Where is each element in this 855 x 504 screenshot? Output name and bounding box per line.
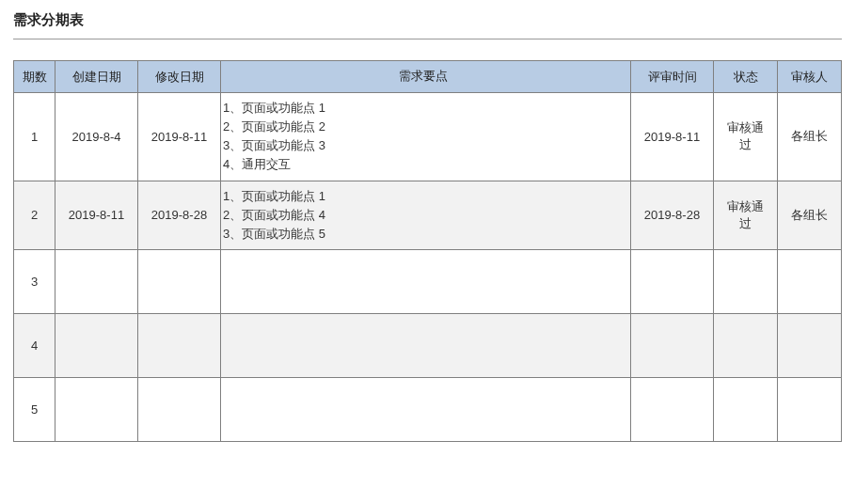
cell-status <box>714 249 778 313</box>
cell-review-time <box>631 377 714 441</box>
requirements-table: 期数 创建日期 修改日期 需求要点 评审时间 状态 审核人 1 2019-8-4… <box>13 60 842 442</box>
header-modify-date: 修改日期 <box>138 61 221 93</box>
cell-create-date: 2019-8-11 <box>55 181 138 249</box>
cell-num: 3 <box>14 249 55 313</box>
table-row: 5 <box>14 377 842 441</box>
cell-status: 审核通过 <box>714 93 778 181</box>
cell-points <box>221 249 631 313</box>
cell-modify-date <box>138 377 221 441</box>
cell-num: 2 <box>14 181 55 249</box>
cell-auditor: 各组长 <box>778 93 842 181</box>
page-title: 需求分期表 <box>13 11 842 29</box>
cell-auditor <box>778 377 842 441</box>
cell-review-time: 2019-8-28 <box>631 181 714 249</box>
header-status: 状态 <box>714 61 778 93</box>
cell-status <box>714 313 778 377</box>
cell-create-date: 2019-8-4 <box>55 93 138 181</box>
cell-points <box>221 377 631 441</box>
header-period: 期数 <box>14 61 55 93</box>
cell-num: 5 <box>14 377 55 441</box>
cell-num: 1 <box>14 93 55 181</box>
header-points: 需求要点 <box>221 61 631 93</box>
cell-create-date <box>55 377 138 441</box>
cell-status: 审核通过 <box>714 181 778 249</box>
cell-review-time <box>631 249 714 313</box>
cell-create-date <box>55 249 138 313</box>
cell-auditor: 各组长 <box>778 181 842 249</box>
cell-status <box>714 377 778 441</box>
cell-review-time <box>631 313 714 377</box>
cell-modify-date <box>138 313 221 377</box>
header-auditor: 审核人 <box>778 61 842 93</box>
cell-auditor <box>778 249 842 313</box>
cell-num: 4 <box>14 313 55 377</box>
table-row: 4 <box>14 313 842 377</box>
cell-points: 1、页面或功能点 1 2、页面或功能点 2 3、页面或功能点 3 4、通用交互 <box>221 93 631 181</box>
cell-modify-date: 2019-8-28 <box>138 181 221 249</box>
title-divider <box>13 39 842 39</box>
cell-modify-date: 2019-8-11 <box>138 93 221 181</box>
cell-points: 1、页面或功能点 1 2、页面或功能点 4 3、页面或功能点 5 <box>221 181 631 249</box>
table-row: 3 <box>14 249 842 313</box>
cell-modify-date <box>138 249 221 313</box>
table-header-row: 期数 创建日期 修改日期 需求要点 评审时间 状态 审核人 <box>14 61 842 93</box>
cell-review-time: 2019-8-11 <box>631 93 714 181</box>
header-create-date: 创建日期 <box>55 61 138 93</box>
cell-auditor <box>778 313 842 377</box>
cell-create-date <box>55 313 138 377</box>
cell-points <box>221 313 631 377</box>
table-row: 1 2019-8-4 2019-8-11 1、页面或功能点 1 2、页面或功能点… <box>14 93 842 181</box>
header-review-time: 评审时间 <box>631 61 714 93</box>
table-row: 2 2019-8-11 2019-8-28 1、页面或功能点 1 2、页面或功能… <box>14 181 842 249</box>
